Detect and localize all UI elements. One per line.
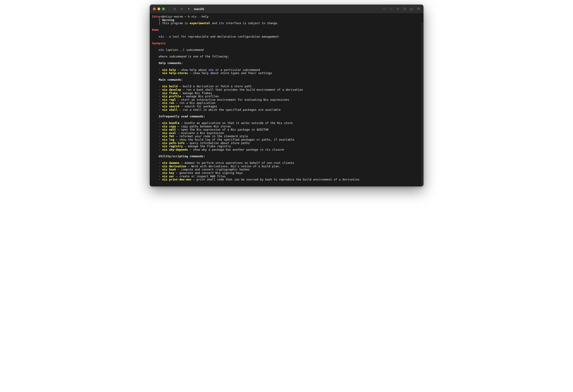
terminal-output: [ntzyz@ntzyz-macvm ~ % nix --help | Warn… — [152, 15, 421, 181]
windows-icon[interactable] — [416, 6, 421, 12]
warning-line-1: | Warning — [152, 18, 174, 22]
svg-rect-0 — [397, 8, 398, 10]
section-name: Name — [152, 28, 159, 32]
pause-icon[interactable] — [179, 6, 184, 12]
warning-line-2: | This program is experimental and its i… — [152, 21, 279, 25]
window-title: macOS — [194, 7, 204, 11]
terminal-pane[interactable]: [ntzyz@ntzyz-macvm ~ % nix --help | Warn… — [150, 13, 424, 186]
sparkle-icon[interactable] — [381, 6, 387, 12]
prompt-line: [ntzyz@ntzyz-macvm ~ % nix --help — [152, 15, 209, 18]
folder-icon[interactable] — [409, 6, 414, 12]
power-icon[interactable] — [172, 6, 177, 12]
svg-rect-2 — [417, 8, 419, 10]
drive-icon[interactable] — [395, 6, 401, 12]
close-button[interactable] — [153, 8, 156, 10]
name-desc: nix - a tool for reproducible and declar… — [152, 35, 279, 38]
minimize-button[interactable] — [158, 8, 160, 10]
maximize-button[interactable] — [162, 8, 165, 10]
circle-slash-icon[interactable] — [402, 6, 408, 12]
where-line: where subcommand is one of the following… — [152, 55, 229, 58]
titlebar: macOS — [150, 4, 424, 13]
section-synopsis: Synopsis — [152, 41, 166, 45]
divider — [169, 7, 169, 11]
back-icon[interactable] — [186, 6, 192, 12]
synopsis-line: nix [option...] subcommand — [152, 48, 204, 52]
app-window: macOS — [150, 4, 424, 186]
traffic-lights — [153, 8, 165, 10]
scrollbar[interactable] — [421, 22, 423, 186]
resize-icon[interactable] — [388, 6, 394, 12]
